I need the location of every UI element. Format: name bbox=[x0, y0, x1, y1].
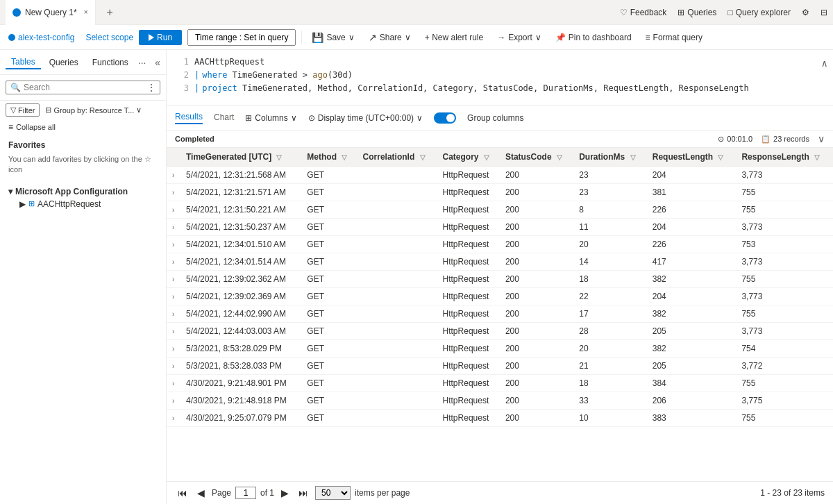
time-range-button[interactable]: Time range : Set in query bbox=[187, 29, 296, 46]
cell-duration-2: 8 bbox=[573, 201, 647, 219]
cell-response-13: 3,775 bbox=[736, 392, 833, 410]
group-columns-toggle[interactable] bbox=[434, 112, 456, 124]
items-per-page-select[interactable]: 50 100 200 bbox=[315, 486, 351, 500]
col-request-length[interactable]: RequestLength ▽ bbox=[647, 148, 737, 167]
section-chevron-icon: ▾ bbox=[8, 187, 12, 196]
cell-method-5: GET bbox=[301, 253, 357, 271]
group-by-button[interactable]: ⊟ Group by: Resource T... ∨ bbox=[45, 106, 142, 115]
save-button[interactable]: 💾 Save ∨ bbox=[308, 32, 358, 43]
row-expand-1[interactable]: › bbox=[167, 184, 180, 201]
export-icon: → bbox=[497, 33, 505, 42]
results-tab-results[interactable]: Results bbox=[175, 112, 203, 124]
row-expand-0[interactable]: › bbox=[167, 167, 180, 184]
table-item-aachttprequest[interactable]: ▶ ⊞ AACHttpRequest bbox=[8, 196, 158, 212]
cell-method-3: GET bbox=[301, 219, 357, 236]
page-input[interactable] bbox=[235, 487, 256, 499]
cell-status-2: 200 bbox=[500, 201, 573, 219]
results-tab-chart[interactable]: Chart bbox=[214, 112, 234, 124]
format-query-button[interactable]: ≡ Format query bbox=[641, 33, 707, 42]
columns-button[interactable]: ⊞ Columns ∨ bbox=[245, 113, 296, 123]
tab-functions[interactable]: Functions bbox=[87, 56, 134, 69]
select-scope-button[interactable]: Select scope bbox=[85, 33, 133, 42]
save-chevron: ∨ bbox=[348, 33, 355, 42]
col-correlation-id[interactable]: CorrelationId ▽ bbox=[357, 148, 437, 167]
expand-results-button[interactable]: ∨ bbox=[818, 133, 825, 144]
cell-status-7: 200 bbox=[500, 288, 573, 305]
columns-chevron: ∨ bbox=[291, 113, 297, 123]
search-more-icon[interactable]: ⋮ bbox=[147, 83, 155, 92]
last-page-button[interactable]: ⏭ bbox=[296, 486, 311, 500]
run-button[interactable]: Run bbox=[139, 30, 182, 45]
queries-icon: ⊞ bbox=[678, 8, 684, 17]
search-input[interactable] bbox=[24, 83, 144, 92]
display-time-button[interactable]: ⊙ Display time (UTC+00:00) ∨ bbox=[308, 113, 423, 123]
row-expand-14[interactable]: › bbox=[167, 410, 180, 427]
new-alert-rule-button[interactable]: + New alert rule bbox=[421, 33, 487, 42]
cell-duration-4: 20 bbox=[573, 236, 647, 253]
tab-queries[interactable]: Queries bbox=[44, 56, 84, 69]
cell-method-7: GET bbox=[301, 288, 357, 305]
col-response-length[interactable]: ResponseLength ▽ bbox=[736, 148, 833, 167]
col-time-generated[interactable]: TimeGenerated [UTC] ▽ bbox=[180, 148, 301, 167]
tab-icon bbox=[12, 8, 21, 17]
cell-time-2: 5/4/2021, 12:31:50.221 AM bbox=[180, 201, 301, 219]
share-button[interactable]: ↗ Share ∨ bbox=[364, 32, 415, 43]
settings-icon[interactable]: ⚙ bbox=[802, 8, 809, 17]
feedback-button[interactable]: ♡ Feedback bbox=[620, 8, 667, 17]
row-expand-7[interactable]: › bbox=[167, 288, 180, 305]
table-row: › 4/30/2021, 9:25:07.079 PM GET HttpRequ… bbox=[167, 410, 833, 427]
row-expand-3[interactable]: › bbox=[167, 219, 180, 236]
cell-correlation-6 bbox=[357, 271, 437, 288]
col-duration-ms[interactable]: DurationMs ▽ bbox=[573, 148, 647, 167]
share-chevron: ∨ bbox=[405, 33, 411, 42]
col-status-code[interactable]: StatusCode ▽ bbox=[500, 148, 573, 167]
row-expand-9[interactable]: › bbox=[167, 323, 180, 340]
query-tab[interactable]: New Query 1* × bbox=[6, 0, 96, 25]
cell-duration-9: 28 bbox=[573, 323, 647, 340]
tab-close-button[interactable]: × bbox=[84, 8, 88, 16]
row-expand-13[interactable]: › bbox=[167, 392, 180, 410]
new-tab-button[interactable]: + bbox=[101, 6, 119, 19]
cell-status-14: 200 bbox=[500, 410, 573, 427]
cell-response-11: 3,772 bbox=[736, 358, 833, 375]
layout-icon[interactable]: ⊟ bbox=[821, 8, 827, 17]
calendar-icon: 📋 bbox=[761, 135, 771, 144]
filter-button[interactable]: ▽ Filter bbox=[6, 103, 40, 117]
status-records: 📋 23 records bbox=[761, 135, 809, 144]
workspace-selector[interactable]: alex-test-config bbox=[8, 33, 74, 42]
prev-page-button[interactable]: ◀ bbox=[194, 486, 208, 500]
col-category[interactable]: Category ▽ bbox=[437, 148, 500, 167]
cell-category-3: HttpRequest bbox=[437, 219, 500, 236]
collapse-all-button[interactable]: ≡ Collapse all bbox=[0, 119, 166, 135]
row-expand-5[interactable]: › bbox=[167, 253, 180, 271]
results-table-container: TimeGenerated [UTC] ▽ Method ▽ Correlati… bbox=[167, 148, 833, 481]
cell-correlation-3 bbox=[357, 219, 437, 236]
first-page-button[interactable]: ⏮ bbox=[175, 486, 190, 500]
row-expand-12[interactable]: › bbox=[167, 375, 180, 392]
queries-button[interactable]: ⊞ Queries bbox=[678, 8, 716, 17]
ms-section-title[interactable]: ▾ Microsoft App Configuration bbox=[8, 187, 158, 196]
pin-to-dashboard-button[interactable]: 📌 Pin to dashboard bbox=[551, 33, 636, 42]
more-tabs-button[interactable]: ··· bbox=[138, 57, 146, 68]
col-method[interactable]: Method ▽ bbox=[301, 148, 357, 167]
row-expand-4[interactable]: › bbox=[167, 236, 180, 253]
cell-category-6: HttpRequest bbox=[437, 271, 500, 288]
export-button[interactable]: → Export ∨ bbox=[493, 33, 546, 42]
tab-tables[interactable]: Tables bbox=[6, 56, 41, 69]
line-num-3: 3 bbox=[175, 82, 189, 95]
next-page-button[interactable]: ▶ bbox=[278, 486, 292, 500]
row-expand-8[interactable]: › bbox=[167, 305, 180, 323]
row-expand-2[interactable]: › bbox=[167, 201, 180, 219]
row-expand-6[interactable]: › bbox=[167, 271, 180, 288]
row-expand-10[interactable]: › bbox=[167, 340, 180, 358]
row-expand-11[interactable]: › bbox=[167, 358, 180, 375]
save-icon: 💾 bbox=[312, 32, 323, 43]
search-box[interactable]: 🔍 ⋮ bbox=[6, 81, 160, 94]
cell-time-13: 4/30/2021, 9:21:48.918 PM bbox=[180, 392, 301, 410]
editor-collapse-button[interactable]: ∧ bbox=[822, 56, 827, 71]
query-editor[interactable]: 1 AACHttpRequest 2 | where TimeGenerated… bbox=[167, 50, 833, 106]
query-explorer-button[interactable]: □ Query explorer bbox=[727, 8, 791, 17]
favorites-title: Favorites bbox=[8, 140, 158, 150]
cell-category-9: HttpRequest bbox=[437, 323, 500, 340]
collapse-panel-button[interactable]: « bbox=[155, 57, 160, 68]
